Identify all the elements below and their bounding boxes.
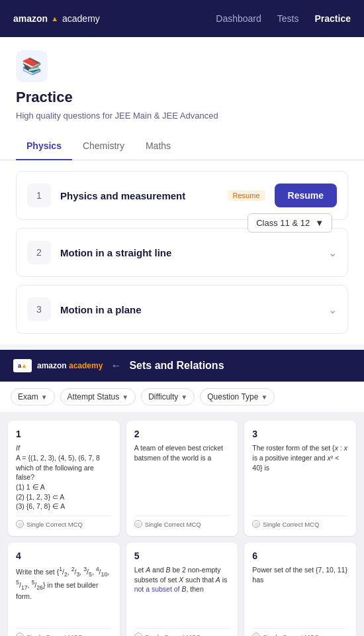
question-text: Write the set {1/2, 2/3, 3/5, 4/10, 5/17… [16, 565, 112, 624]
chevron-down-icon: ▼ [181, 394, 187, 401]
mcq-icon: ◎ [134, 633, 142, 636]
practice-icon: 📚 [16, 50, 48, 82]
nav-tests[interactable]: Tests [277, 13, 299, 24]
exam-filter-label: Exam [18, 392, 38, 401]
tab-chemistry[interactable]: Chemistry [72, 132, 135, 160]
chevron-down-icon: ▼ [122, 394, 128, 401]
mcq-icon: ◎ [252, 633, 260, 636]
question-type-label: Single Correct MCQ [145, 521, 201, 528]
sets-relations-title: Sets and Relations [129, 360, 224, 372]
question-card[interactable]: 1 If A = {(1, 2, 3), (4, 5), (6, 7, 8 wh… [8, 421, 120, 536]
question-type-label: Question Type [207, 392, 258, 401]
question-type-footer: ◎ Single Correct MCQ [16, 515, 112, 528]
chapter-number: 2 [27, 240, 51, 264]
exam-filter[interactable]: Exam ▼ [11, 388, 55, 405]
question-text: The roster form of the set {x : x is a p… [252, 443, 348, 511]
resume-button[interactable]: Resume [275, 184, 337, 207]
question-text: Power set of the set {7, 10, 11} has [252, 565, 348, 624]
mcq-icon: ◎ [134, 520, 142, 528]
question-number: 4 [16, 551, 112, 561]
chevron-down-icon: ▼ [41, 394, 48, 401]
question-card[interactable]: 5 Let A and B be 2 non-empty subsets of … [126, 543, 238, 636]
back-button[interactable]: ← [111, 360, 121, 372]
logo-box: a▲ [13, 359, 32, 372]
question-type-label: Single Correct MCQ [263, 521, 319, 528]
question-text: Let A and B be 2 non-empty subsets of se… [134, 565, 230, 624]
question-text: A team of eleven best cricket batsmen of… [134, 443, 230, 511]
subject-tabs: Physics Chemistry Maths [0, 132, 364, 160]
question-type-footer: ◎ Single Correct MCQ [134, 515, 230, 528]
question-type-label: Single Correct MCQ [145, 633, 201, 637]
attempt-status-label: Attempt Status [68, 392, 120, 401]
question-type-label: Single Correct MCQ [263, 633, 319, 637]
nav-practice[interactable]: Practice [315, 13, 351, 24]
chevron-down-icon: ▼ [315, 218, 324, 228]
amazon-academy-logo: a▲ amazon academy [13, 359, 103, 372]
class-selector[interactable]: Class 11 & 12 ▼ [248, 213, 332, 233]
chapter-number: 3 [27, 297, 51, 321]
question-card[interactable]: 2 A team of eleven best cricket batsmen … [126, 421, 238, 536]
chapter-name: Motion in a plane [60, 304, 319, 315]
question-number: 6 [252, 551, 348, 561]
brand-name: amazon academy [37, 361, 103, 370]
question-card[interactable]: 3 The roster form of the set {x : x is a… [244, 421, 356, 536]
chevron-down-icon[interactable]: ⌄ [328, 303, 337, 316]
question-card[interactable]: 4 Write the set {1/2, 2/3, 3/5, 4/10, 5/… [8, 543, 120, 636]
practice-section: 📚 Practice High quality questions for JE… [0, 37, 364, 132]
question-type-label: Single Correct MCQ [26, 521, 83, 528]
brand-logo: amazon ▲ academy [13, 13, 100, 24]
sets-relations-header: a▲ amazon academy ← Sets and Relations [0, 350, 364, 382]
chapter-name: Physics and measurement [60, 190, 213, 201]
question-type-footer: ◎ Single Correct MCQ [252, 515, 348, 528]
nav-dashboard[interactable]: Dashboard [216, 13, 261, 24]
chevron-down-icon: ▼ [261, 394, 267, 401]
question-number: 3 [252, 429, 348, 439]
chapter-card[interactable]: 2 Motion in a straight line ⌄ [16, 228, 348, 277]
filter-bar: Exam ▼ Attempt Status ▼ Difficulty ▼ Que… [0, 382, 364, 413]
question-number: 1 [16, 429, 112, 439]
practice-title: Practice [16, 89, 348, 106]
mcq-icon: ◎ [16, 520, 24, 528]
chapter-badge: Resume [228, 190, 265, 201]
difficulty-label: Difficulty [148, 392, 178, 401]
question-number: 5 [134, 551, 230, 561]
question-type-filter[interactable]: Question Type ▼ [200, 388, 275, 405]
question-card[interactable]: 6 Power set of the set {7, 10, 11} has ◎… [244, 543, 356, 636]
chapter-number: 1 [27, 184, 51, 207]
question-type-footer: ◎ Single Correct MCQ [16, 628, 112, 636]
chapter-name: Motion in a straight line [60, 247, 319, 258]
class-selector-label: Class 11 & 12 [256, 218, 310, 228]
mcq-icon: ◎ [16, 633, 24, 636]
question-type-footer: ◎ Single Correct MCQ [134, 628, 230, 636]
questions-grid: 1 If A = {(1, 2, 3), (4, 5), (6, 7, 8 wh… [0, 413, 364, 636]
attempt-status-filter[interactable]: Attempt Status ▼ [60, 388, 136, 405]
question-type-label: Single Correct MCQ [26, 633, 83, 637]
chevron-down-icon[interactable]: ⌄ [328, 246, 337, 259]
practice-subtitle: High quality questions for JEE Main & JE… [16, 110, 218, 122]
question-text: If A = {(1, 2, 3), (4, 5), (6, 7, 8 whic… [16, 443, 112, 511]
question-number: 2 [134, 429, 230, 439]
mcq-icon: ◎ [252, 520, 260, 528]
chapter-card[interactable]: 3 Motion in a plane ⌄ [16, 285, 348, 334]
practice-header-row: High quality questions for JEE Main & JE… [16, 110, 348, 132]
navbar: amazon ▲ academy Dashboard Tests Practic… [0, 0, 364, 37]
tab-physics[interactable]: Physics [16, 132, 72, 160]
tab-maths[interactable]: Maths [135, 132, 181, 160]
question-type-footer: ◎ Single Correct MCQ [252, 628, 348, 636]
chapter-list: 1 Physics and measurement Resume Resume … [0, 160, 364, 344]
difficulty-filter[interactable]: Difficulty ▼ [141, 388, 195, 405]
